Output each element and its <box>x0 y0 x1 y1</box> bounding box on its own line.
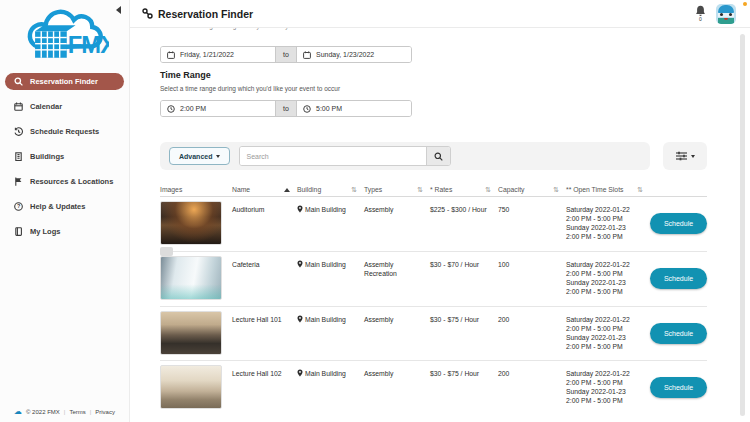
room-photo[interactable] <box>160 256 222 300</box>
sidebar-item-label: Help & Updates <box>30 202 85 211</box>
sidebar-item-calendar[interactable]: Calendar <box>0 98 129 115</box>
sidebar-item-label: Schedule Requests <box>30 127 99 136</box>
help-icon: ? <box>14 202 23 211</box>
sidebar-item-my-logs[interactable]: My Logs <box>0 223 129 240</box>
location-pin-icon <box>297 260 303 268</box>
main-content: Select a date range during which you'd l… <box>130 28 750 422</box>
room-photo[interactable] <box>160 201 222 245</box>
room-types: Assembly <box>364 197 430 214</box>
open-time-slots: Saturday 2022-01-22 2:00 PM - 5:00 PM Su… <box>566 252 650 296</box>
search-icon <box>434 152 443 161</box>
room-photo[interactable] <box>160 311 222 355</box>
vertical-scrollbar[interactable] <box>740 34 745 416</box>
date-range-separator: to <box>275 47 297 62</box>
room-rates: $30 - $75 / Hour <box>430 361 498 378</box>
clipped-scrolled-text: Select a date range during which you'd l… <box>160 28 590 32</box>
column-header-building[interactable]: Building ⇅ <box>297 183 364 196</box>
schedule-button[interactable]: Schedule <box>650 377 707 398</box>
table-row: Auditorium Main Building Assembly $225 -… <box>160 197 707 252</box>
user-avatar[interactable] <box>716 4 736 24</box>
date-range-group: Friday, 1/21/2022 to Sunday, 1/23/2022 <box>160 46 412 63</box>
chevron-down-icon <box>216 155 220 158</box>
sort-icon: ⇅ <box>351 186 357 193</box>
room-rates: $30 - $70 / Hour <box>430 252 498 269</box>
column-settings-button[interactable] <box>663 142 707 170</box>
table-header-row: Images Name Building ⇅ Types ⇅ * Rates ⇅ <box>160 183 707 197</box>
sort-ascending-icon <box>284 188 290 192</box>
sidebar-item-help-updates[interactable]: ? Help & Updates <box>0 198 129 215</box>
notifications-button[interactable]: 0 <box>695 5 706 22</box>
column-header-name[interactable]: Name <box>232 183 297 196</box>
search-input[interactable] <box>240 147 426 165</box>
search-toolbar: Advanced <box>160 142 650 170</box>
column-header-rates[interactable]: * Rates ⇅ <box>430 183 498 196</box>
advanced-label: Advanced <box>179 153 212 160</box>
time-range-group: 2:00 PM to 5:00 PM <box>160 100 412 117</box>
advanced-button[interactable]: Advanced <box>169 147 230 165</box>
notification-count: 0 <box>699 17 702 22</box>
schedule-button[interactable]: Schedule <box>650 268 707 289</box>
room-capacity: 200 <box>498 361 566 378</box>
sort-icon: ⇅ <box>637 186 643 193</box>
calendar-icon <box>303 51 311 59</box>
end-date-input[interactable]: Sunday, 1/23/2022 <box>297 47 411 62</box>
start-date-value: Friday, 1/21/2022 <box>180 51 234 58</box>
search-submit-button[interactable] <box>426 147 450 165</box>
calendar-icon <box>14 102 23 111</box>
svg-text:?: ? <box>17 203 21 209</box>
table-row: Lecture Hall 101 Main Building Assembly … <box>160 307 707 361</box>
room-building: Main Building <box>297 252 364 269</box>
column-header-open-time-slots[interactable]: ** Open Time Slots ⇅ <box>566 183 650 196</box>
calendar-icon <box>167 51 175 59</box>
sidebar-item-reservation-finder[interactable]: Reservation Finder <box>5 73 124 90</box>
schedule-button[interactable]: Schedule <box>650 213 707 234</box>
results-table: Images Name Building ⇅ Types ⇅ * Rates ⇅ <box>160 183 707 415</box>
table-row: Cafeteria Main Building Assembly Recreat… <box>160 252 707 307</box>
sidebar-collapse-icon[interactable] <box>116 6 121 14</box>
sidebar-item-label: Buildings <box>30 152 64 161</box>
topbar: Reservation Finder 0 <box>130 0 750 28</box>
copyright-text: © 2022 FMX <box>26 409 60 415</box>
room-photo[interactable] <box>160 365 222 409</box>
column-header-capacity[interactable]: Capacity ⇅ <box>498 183 566 196</box>
sidebar: FMX Reservation Finder Calendar <box>0 0 130 422</box>
clock-icon <box>167 105 175 113</box>
schedule-button[interactable]: Schedule <box>650 323 707 344</box>
divider: | <box>64 409 66 415</box>
location-pin-icon <box>297 205 303 213</box>
sort-icon: ⇅ <box>417 186 423 193</box>
app-window: FMX Reservation Finder Calendar <box>0 0 750 422</box>
sort-icon: ⇅ <box>485 186 491 193</box>
room-rates: $225 - $300 / Hour <box>430 197 498 214</box>
history-icon <box>14 127 23 136</box>
flag-icon <box>14 177 23 186</box>
end-time-input[interactable]: 5:00 PM <box>297 101 411 116</box>
sliders-icon <box>675 151 688 161</box>
sidebar-item-buildings[interactable]: Buildings <box>0 148 129 165</box>
page-title: Reservation Finder <box>158 8 253 20</box>
room-types: Assembly <box>364 307 430 324</box>
terms-link[interactable]: Terms <box>69 409 85 415</box>
room-building: Main Building <box>297 361 364 378</box>
room-capacity: 200 <box>498 307 566 324</box>
logs-icon <box>14 227 23 236</box>
room-types: Assembly <box>364 361 430 378</box>
end-date-value: Sunday, 1/23/2022 <box>316 51 374 58</box>
room-name: Lecture Hall 102 <box>232 361 297 378</box>
sidebar-item-resources-locations[interactable]: Resources & Locations <box>0 173 129 190</box>
room-name: Lecture Hall 101 <box>232 307 297 324</box>
sidebar-footer: ☁ © 2022 FMX | Terms | Privacy <box>0 409 129 415</box>
column-header-types[interactable]: Types ⇅ <box>364 183 430 196</box>
start-date-input[interactable]: Friday, 1/21/2022 <box>161 47 275 62</box>
topbar-actions: 0 <box>695 4 736 24</box>
open-time-slots: Saturday 2022-01-22 2:00 PM - 5:00 PM Su… <box>566 197 650 241</box>
sidebar-item-schedule-requests[interactable]: Schedule Requests <box>0 123 129 140</box>
location-pin-icon <box>297 369 303 377</box>
privacy-link[interactable]: Privacy <box>95 409 115 415</box>
room-name: Cafeteria <box>232 252 297 269</box>
room-rates: $30 - $75 / Hour <box>430 307 498 324</box>
start-time-input[interactable]: 2:00 PM <box>161 101 275 116</box>
room-capacity: 750 <box>498 197 566 214</box>
search-icon <box>14 77 23 86</box>
sidebar-item-label: Resources & Locations <box>30 177 113 186</box>
